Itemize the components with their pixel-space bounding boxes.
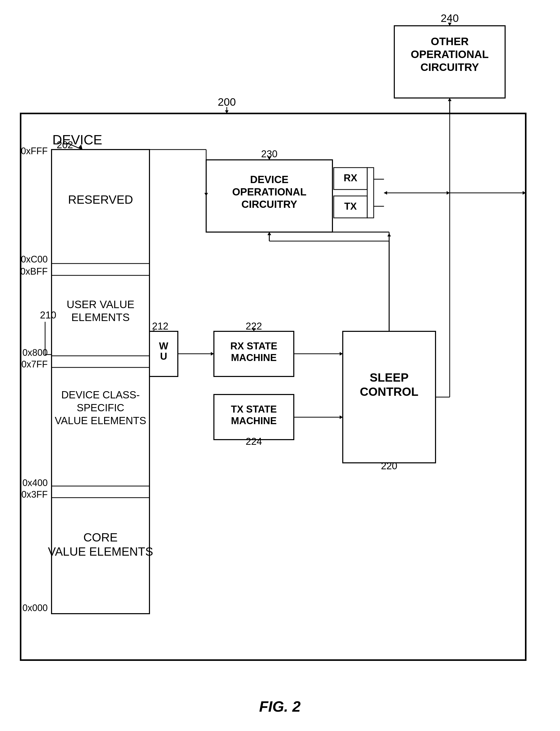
- addr-c00: 0xC00: [21, 254, 48, 264]
- wu-label: W: [159, 340, 168, 351]
- tx-state-machine-label: TX STATE: [231, 404, 277, 415]
- addr-fff: 0xFFF: [21, 146, 48, 156]
- svg-text:VALUE ELEMENTS: VALUE ELEMENTS: [48, 545, 153, 558]
- svg-text:U: U: [160, 351, 167, 362]
- svg-text:SPECIFIC: SPECIFIC: [77, 402, 124, 413]
- core-value-label: CORE: [83, 531, 118, 544]
- svg-rect-48: [367, 168, 374, 218]
- svg-text:CONTROL: CONTROL: [360, 385, 418, 399]
- svg-text:VALUE ELEMENTS: VALUE ELEMENTS: [55, 415, 146, 426]
- label-220: 220: [381, 461, 397, 471]
- addr-3ff: 0x3FF: [21, 489, 48, 500]
- svg-text:MACHINE: MACHINE: [231, 416, 277, 426]
- svg-text:CIRCUITRY: CIRCUITRY: [420, 61, 479, 73]
- reserved-label: RESERVED: [68, 193, 133, 206]
- label-224: 224: [246, 436, 262, 447]
- rx-state-machine-label: RX STATE: [230, 340, 277, 351]
- label-210: 210: [40, 310, 56, 320]
- device-op-circuitry-label: DEVICE: [250, 174, 289, 185]
- addr-000: 0x000: [22, 603, 48, 613]
- sleep-control-label: SLEEP: [370, 371, 409, 384]
- svg-text:ELEMENTS: ELEMENTS: [71, 311, 130, 323]
- user-value-label: USER VALUE: [67, 298, 135, 310]
- other-op-circuitry-label: OTHER: [431, 35, 469, 47]
- device-class-label: DEVICE CLASS-: [61, 389, 140, 401]
- diagram: OTHER OPERATIONAL CIRCUITRY 240 DEVICE 2…: [0, 0, 560, 731]
- svg-text:MACHINE: MACHINE: [231, 352, 277, 363]
- label-200: 200: [218, 96, 236, 108]
- figure-caption: FIG. 2: [259, 698, 300, 715]
- tx-label: TX: [344, 201, 357, 212]
- rx-label: RX: [344, 172, 357, 183]
- addr-7ff: 0x7FF: [21, 359, 48, 370]
- addr-bff: 0xBFF: [20, 266, 48, 277]
- svg-text:OPERATIONAL: OPERATIONAL: [411, 48, 489, 60]
- addr-800: 0x800: [22, 347, 48, 358]
- label-240: 240: [441, 12, 459, 24]
- svg-rect-9: [52, 149, 149, 614]
- svg-text:CIRCUITRY: CIRCUITRY: [241, 198, 297, 210]
- addr-400: 0x400: [22, 478, 48, 488]
- svg-text:OPERATIONAL: OPERATIONAL: [232, 186, 306, 197]
